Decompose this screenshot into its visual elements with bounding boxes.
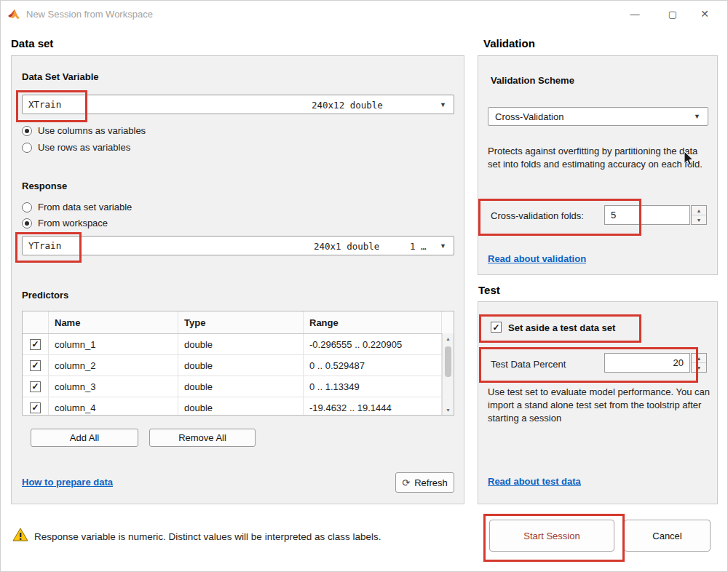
ytrain-dims: 240x1 double — [314, 240, 379, 251]
header-name: Name — [49, 311, 178, 333]
radio-circle-icon — [22, 218, 32, 229]
xtrain-dims: 240x12 double — [312, 99, 383, 110]
test-groupbox: ✓ Set aside a test data set Test Data Pe… — [478, 301, 718, 504]
test-checkbox[interactable]: ✓ — [491, 322, 502, 333]
folds-spinner[interactable]: ▲ ▼ — [691, 205, 707, 225]
ytrain-extra: 1 … — [410, 240, 427, 251]
validation-scheme-value: Cross-Validation — [488, 111, 563, 122]
dataset-groupbox: Data Set Variable XTrain 240x12 double ▼… — [11, 55, 464, 504]
cell-type: double — [178, 355, 304, 376]
cell-range: 0 .. 1.13349 — [304, 376, 442, 397]
row-checkbox[interactable]: ✓ — [30, 381, 41, 392]
minimize-button[interactable]: — — [618, 1, 652, 27]
table-row[interactable]: ✓ column_2 double 0 .. 0.529487 — [23, 355, 454, 376]
table-scrollbar[interactable]: ▲ ▼ — [442, 333, 454, 415]
table-row[interactable]: ✓ column_1 double -0.296555 .. 0.220905 — [23, 334, 454, 355]
close-button[interactable]: ✕ — [688, 1, 721, 27]
validation-heading: Validation — [483, 37, 535, 49]
table-row[interactable]: ✓ column_4 double -19.4632 .. 19.1444 — [23, 397, 454, 416]
validation-groupbox: Validation Scheme Cross-Validation ▼ Pro… — [478, 55, 718, 275]
chevron-down-icon[interactable]: ▼ — [694, 113, 700, 120]
refresh-icon: ⟳ — [402, 477, 410, 488]
title-bar: New Session from Workspace — ▢ ✕ — [1, 1, 727, 27]
radio-from-workspace[interactable]: From workspace — [22, 218, 108, 229]
test-link[interactable]: Read about test data — [488, 476, 581, 487]
cell-name: column_4 — [49, 397, 178, 416]
row-checkbox[interactable]: ✓ — [30, 402, 41, 413]
radio-circle-icon — [22, 143, 32, 153]
header-range: Range — [304, 311, 442, 333]
header-type: Type — [178, 311, 304, 333]
header-checkbox-col — [23, 311, 49, 333]
remove-all-label: Remove All — [178, 432, 226, 443]
table-header-row: Name Type Range — [23, 311, 454, 334]
cancel-label: Cancel — [652, 531, 681, 541]
radio-from-workspace-label: From workspace — [38, 218, 108, 229]
spinner-up-icon[interactable]: ▲ — [692, 354, 706, 363]
spinner-up-icon[interactable]: ▲ — [692, 206, 706, 215]
test-checkbox-label: Set aside a test data set — [508, 322, 615, 333]
radio-use-rows[interactable]: Use rows as variables — [22, 142, 130, 153]
xtrain-name: XTrain — [23, 99, 61, 110]
test-percent-spinner[interactable]: ▲ ▼ — [691, 353, 707, 373]
add-all-button[interactable]: Add All — [31, 429, 138, 447]
refresh-label: Refresh — [414, 477, 448, 488]
radio-use-columns-label: Use columns as variables — [38, 125, 146, 136]
start-session-label: Start Session — [523, 531, 579, 541]
radio-from-dataset-label: From data set variable — [38, 202, 132, 212]
validation-description: Protects against overfitting by partitio… — [488, 145, 709, 171]
ytrain-name: YTrain — [23, 240, 61, 251]
warning-text: Response variable is numeric. Distinct v… — [34, 531, 381, 544]
refresh-button[interactable]: ⟳ Refresh — [395, 472, 454, 493]
cancel-button[interactable]: Cancel — [624, 520, 711, 552]
test-description: Use test set to evaluate model performan… — [488, 386, 713, 425]
folds-label: Cross-validation folds: — [491, 210, 584, 223]
ytrain-dropdown[interactable]: YTrain 240x1 double 1 … ▼ — [22, 236, 454, 255]
new-session-dialog: New Session from Workspace — ▢ ✕ Data se… — [0, 0, 728, 572]
window-title: New Session from Workspace — [26, 9, 153, 20]
folds-input[interactable] — [604, 205, 690, 225]
chevron-down-icon[interactable]: ▼ — [440, 101, 446, 108]
chevron-down-icon[interactable]: ▼ — [440, 242, 446, 250]
dataset-variable-label: Data Set Variable — [22, 71, 99, 82]
cell-range: -0.296555 .. 0.220905 — [304, 334, 442, 354]
validation-scheme-dropdown[interactable]: Cross-Validation ▼ — [488, 107, 708, 126]
scroll-down-icon[interactable]: ▼ — [446, 405, 451, 415]
radio-circle-icon — [22, 126, 32, 136]
row-checkbox[interactable]: ✓ — [30, 360, 41, 371]
cell-range: -19.4632 .. 19.1444 — [304, 397, 442, 416]
start-session-button[interactable]: Start Session — [489, 520, 614, 552]
radio-use-columns[interactable]: Use columns as variables — [22, 125, 146, 136]
warning-icon — [12, 528, 28, 542]
matlab-icon — [8, 9, 20, 20]
radio-use-rows-label: Use rows as variables — [38, 142, 130, 153]
dataset-heading: Data set — [11, 37, 53, 49]
validation-scheme-label: Validation Scheme — [491, 75, 574, 86]
mouse-cursor — [684, 151, 694, 166]
response-label: Response — [22, 180, 67, 191]
xtrain-dropdown[interactable]: XTrain 240x12 double ▼ — [22, 95, 454, 114]
table-row[interactable]: ✓ column_3 double 0 .. 1.13349 — [23, 376, 454, 397]
cell-name: column_1 — [49, 334, 178, 354]
scroll-up-icon[interactable]: ▲ — [446, 333, 451, 343]
spinner-down-icon[interactable]: ▼ — [692, 215, 706, 224]
cell-type: double — [178, 376, 304, 397]
spinner-down-icon[interactable]: ▼ — [692, 363, 706, 372]
predictors-label: Predictors — [22, 290, 68, 301]
test-heading: Test — [478, 284, 500, 296]
add-all-label: Add All — [70, 432, 99, 443]
scroll-thumb[interactable] — [445, 346, 451, 377]
cell-type: double — [178, 397, 304, 416]
radio-circle-icon — [22, 202, 32, 212]
row-checkbox[interactable]: ✓ — [30, 339, 41, 350]
remove-all-button[interactable]: Remove All — [149, 429, 256, 447]
predictors-table: Name Type Range ✓ column_1 double -0.296… — [22, 311, 454, 416]
cell-name: column_3 — [49, 376, 178, 397]
test-percent-input[interactable] — [604, 353, 690, 373]
test-percent-label: Test Data Percent — [491, 358, 566, 371]
cell-range: 0 .. 0.529487 — [304, 355, 442, 376]
maximize-button[interactable]: ▢ — [656, 1, 689, 27]
validation-link[interactable]: Read about validation — [488, 253, 586, 264]
prepare-data-link[interactable]: How to prepare data — [22, 477, 113, 488]
radio-from-dataset[interactable]: From data set variable — [22, 202, 132, 212]
